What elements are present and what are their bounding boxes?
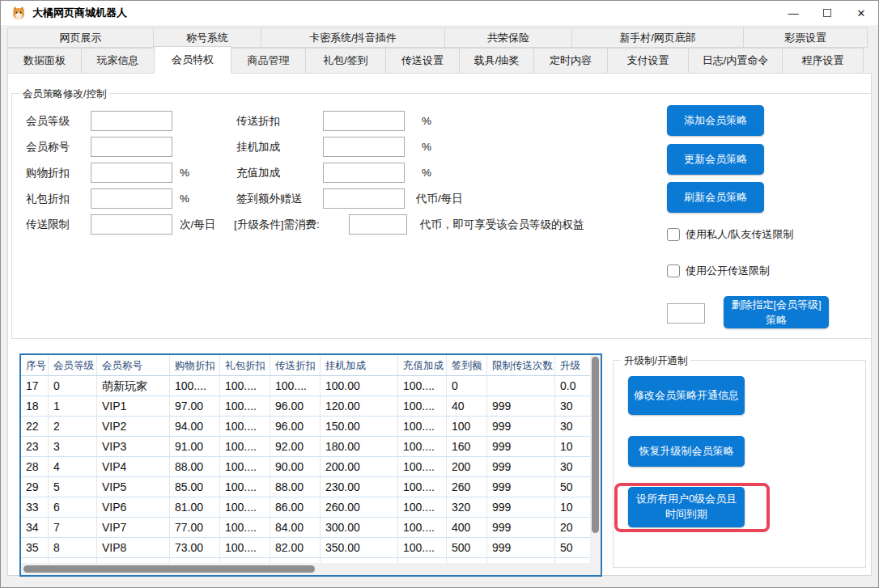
gift-discount-label: 礼包折扣 [26, 188, 70, 209]
tab-log-commands[interactable]: 日志/内置命令 [688, 48, 783, 74]
minimize-button[interactable]: — [776, 1, 810, 25]
private-teleport-limit-checkbox[interactable]: 使用私人/队友传送限制 [667, 227, 794, 242]
table-cell: 97.00 [170, 396, 220, 416]
table-row[interactable]: 181VIP197.00100....96.00120.00100....409… [21, 396, 601, 417]
policy-group-title: 会员策略修改/控制 [19, 87, 109, 101]
idle-bonus-label: 挂机加成 [236, 137, 280, 157]
tab-novice-village-footer[interactable]: 新手村/网页底部 [571, 27, 744, 48]
col-header-member-level[interactable]: 会员等级 [49, 355, 97, 375]
delete-level-input[interactable] [667, 303, 705, 324]
maximize-button[interactable] [810, 1, 844, 25]
idle-bonus-field[interactable] [323, 137, 405, 157]
table-cell: VIP5 [97, 477, 170, 497]
table-row[interactable]: 358VIP873.00100....82.00350.00100....500… [21, 538, 601, 558]
col-header-idle-bonus[interactable]: 挂机加成 [321, 355, 398, 375]
table-row[interactable]: 170萌新玩家100....100....100....100.00100...… [21, 376, 601, 396]
table-row[interactable]: 295VIP585.00100....88.00230.00100....260… [21, 477, 601, 497]
table-row[interactable]: 336VIP681.00100....86.00260.00100....320… [21, 497, 601, 518]
member-title-label: 会员称号 [26, 137, 70, 157]
table-row[interactable]: 284VIP488.00100....90.00200.00100....200… [21, 457, 601, 477]
table-cell: 160 [447, 437, 487, 456]
col-header-member-title[interactable]: 会员称号 [97, 355, 170, 375]
tab-scheduled-content[interactable]: 定时内容 [533, 48, 608, 74]
member-privilege-page: 会员策略修改/控制 会员等级 传送折扣 % 会员称号 挂机加成 % 购物折扣 %… [7, 73, 872, 576]
tab-teleport-settings[interactable]: 传送设置 [385, 48, 460, 74]
table-cell: 180.00 [321, 437, 398, 456]
add-member-policy-button[interactable]: 添加会员策略 [667, 105, 764, 136]
table-cell: 999 [487, 417, 555, 436]
col-header-shopping-discount[interactable]: 购物折扣 [170, 355, 220, 375]
tab-member-privilege[interactable]: 会员特权 [154, 46, 231, 74]
scrollbar-corner [590, 563, 601, 575]
table-cell: 4 [49, 457, 97, 476]
set-all-users-level0-expired-button[interactable]: 设所有用户0级会员且时间到期 [628, 487, 745, 527]
checkin-extra-field[interactable] [323, 188, 405, 209]
table-cell: VIP7 [97, 518, 170, 537]
table-cell: 86.00 [270, 497, 321, 517]
tab-player-info[interactable]: 玩家信息 [81, 48, 155, 74]
col-header-seq[interactable]: 序号 [21, 355, 49, 375]
col-header-recharge-bonus[interactable]: 充值加成 [398, 355, 447, 375]
tab-insurance[interactable]: 共荣保险 [444, 27, 572, 48]
tab-title-system[interactable]: 称号系统 [153, 27, 261, 48]
table-row[interactable]: 222VIP294.00100....96.00150.00100....100… [21, 417, 601, 437]
gift-discount-field[interactable] [91, 188, 172, 209]
shopping-discount-field[interactable] [91, 163, 172, 183]
tab-program-settings[interactable]: 程序设置 [782, 48, 864, 74]
table-cell: 100.... [220, 538, 270, 557]
col-header-checkin-extra[interactable]: 签到额 [447, 355, 487, 375]
tab-data-panel[interactable]: 数据面板 [7, 48, 82, 74]
tab-lottery-settings[interactable]: 彩票设置 [743, 27, 868, 48]
modify-policy-activation-button[interactable]: 修改会员策略开通信息 [628, 376, 745, 415]
tab-vehicle-lottery[interactable]: 载具/抽奖 [459, 48, 534, 74]
delete-specified-level-policy-button[interactable]: 删除指定[会员等级]策略 [724, 296, 829, 328]
member-title-field[interactable] [91, 137, 172, 157]
table-cell: 85.00 [170, 477, 220, 497]
maximize-icon [823, 9, 831, 17]
teleport-discount-field[interactable] [323, 111, 405, 131]
vertical-scrollbar[interactable] [590, 355, 601, 563]
table-cell: 82.00 [270, 538, 321, 557]
table-cell: 92.00 [270, 437, 321, 456]
table-header-row: 序号 会员等级 会员称号 购物折扣 礼包折扣 传送折扣 挂机加成 充值加成 签到… [21, 355, 601, 376]
table-cell: 96.00 [270, 396, 321, 416]
col-header-teleport-limit[interactable]: 限制传送次数 [487, 355, 555, 375]
teleport-discount-suffix: % [422, 111, 431, 131]
horizontal-scrollbar[interactable] [21, 563, 590, 575]
table-row[interactable]: 233VIP391.00100....92.00180.00100....160… [21, 437, 601, 457]
teleport-limit-field[interactable] [91, 214, 172, 235]
public-teleport-limit-checkbox[interactable]: 使用公开传送限制 [667, 264, 770, 278]
update-member-policy-button[interactable]: 更新会员策略 [667, 144, 764, 175]
tab-cardkey-douyin-plugin[interactable]: 卡密系统/抖音插件 [261, 27, 445, 48]
tab-payment-settings[interactable]: 支付设置 [607, 48, 689, 74]
checkbox-icon [667, 264, 680, 277]
table-cell: 3 [49, 437, 97, 456]
restore-upgrade-policy-button[interactable]: 恢复升级制会员策略 [628, 436, 745, 467]
table-cell: 1 [49, 396, 97, 416]
table-cell: VIP1 [97, 396, 170, 416]
table-cell: 0 [49, 376, 97, 396]
member-level-field[interactable] [91, 111, 172, 131]
col-header-gift-discount[interactable]: 礼包折扣 [220, 355, 270, 375]
recharge-bonus-field[interactable] [323, 163, 405, 183]
col-header-teleport-discount[interactable]: 传送折扣 [270, 355, 321, 375]
vertical-scrollbar-thumb[interactable] [592, 357, 599, 533]
table-row[interactable]: 347VIP777.00100....84.00300.00100....400… [21, 518, 601, 538]
horizontal-scrollbar-thumb[interactable] [23, 565, 315, 573]
table-cell: 260.00 [321, 497, 398, 517]
tab-gift-checkin[interactable]: 礼包/签到 [305, 48, 386, 74]
upgrade-condition-field[interactable] [349, 214, 407, 235]
table-cell: 33 [21, 497, 49, 517]
table-cell: 100.... [220, 376, 270, 396]
table-cell: 94.00 [170, 417, 220, 436]
close-button[interactable]: ✕ [844, 1, 878, 25]
table-cell: 8 [49, 538, 97, 557]
table-cell: 2 [49, 417, 97, 436]
refresh-member-policy-button[interactable]: 刷新会员策略 [667, 182, 764, 213]
table-cell: 200.00 [321, 457, 398, 476]
tab-webpage-display[interactable]: 网页展示 [7, 27, 154, 48]
table-cell: 320 [447, 497, 487, 517]
tab-product-management[interactable]: 商品管理 [231, 48, 306, 74]
table-cell: 100.... [398, 417, 447, 436]
table-cell: 23 [21, 437, 49, 456]
